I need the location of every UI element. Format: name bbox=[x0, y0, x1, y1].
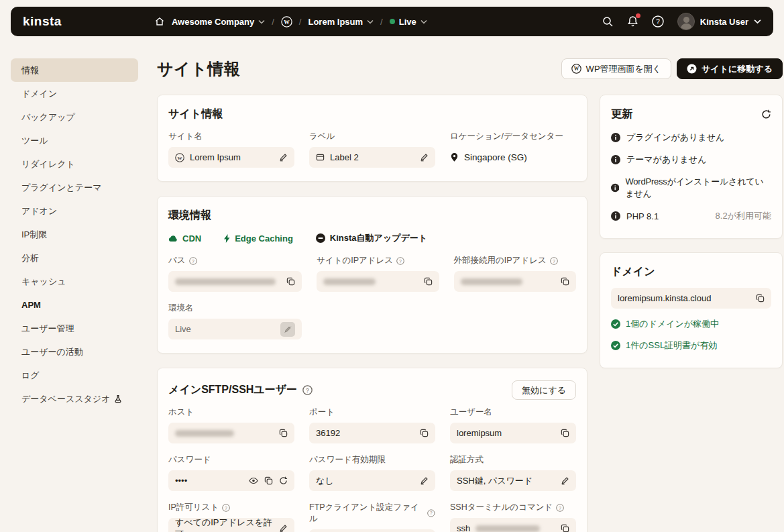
sidebar-item-redirects[interactable]: リダイレクト bbox=[11, 152, 138, 176]
help-icon[interactable]: ? bbox=[189, 257, 197, 265]
edit-label-icon[interactable] bbox=[420, 153, 429, 162]
help-icon[interactable]: ? bbox=[222, 504, 230, 512]
refresh-updates-icon[interactable] bbox=[761, 109, 771, 119]
sidebar-item-plugins-themes[interactable]: プラグインとテーマ bbox=[11, 176, 138, 199]
sidebar-item-cache[interactable]: キャッシュ bbox=[11, 270, 138, 293]
edit-auth-method-icon[interactable] bbox=[561, 476, 569, 485]
host-label: ホスト bbox=[168, 407, 294, 418]
sidebar-item-info[interactable]: 情報 bbox=[11, 58, 138, 82]
help-icon[interactable]: ? bbox=[550, 257, 558, 265]
environment-selector[interactable]: Live bbox=[390, 17, 427, 27]
environment-card: 環境情報 CDN Edge Caching Kinsta自動アップデート bbox=[157, 196, 587, 354]
chevron-down-icon bbox=[754, 19, 761, 24]
ip-allowlist-field: すべてのIPアドレスを許可 bbox=[168, 518, 294, 532]
copy-site-ip-icon[interactable] bbox=[424, 277, 433, 286]
breadcrumb-separator: / bbox=[380, 17, 383, 27]
beta-flask-icon bbox=[114, 394, 122, 403]
search-icon[interactable] bbox=[602, 16, 614, 28]
site-ip-label: サイトのIPアドレス ? bbox=[317, 255, 439, 266]
cdn-badge[interactable]: CDN bbox=[168, 233, 201, 244]
user-menu[interactable]: Kinsta User bbox=[677, 13, 761, 30]
location-label: ロケーション/データセンター bbox=[450, 131, 576, 142]
sidebar-item-analytics[interactable]: 分析 bbox=[11, 246, 138, 270]
sidebar-item-domains[interactable]: ドメイン bbox=[11, 82, 138, 105]
copy-port-icon[interactable] bbox=[420, 429, 429, 437]
edge-caching-badge[interactable]: Edge Caching bbox=[224, 233, 293, 244]
visit-site-button[interactable]: サイトに移動する bbox=[677, 58, 783, 79]
env-name-field: Live bbox=[168, 319, 302, 339]
external-link-icon bbox=[687, 64, 697, 74]
wordpress-icon[interactable]: W bbox=[281, 16, 292, 28]
sidebar-item-backups[interactable]: バックアップ bbox=[11, 105, 138, 129]
sidebar-item-addons[interactable]: アドオン bbox=[11, 199, 138, 223]
live-status-dot bbox=[390, 19, 395, 24]
svg-text:?: ? bbox=[225, 505, 227, 510]
show-password-eye-icon[interactable] bbox=[249, 477, 258, 484]
cloud-icon bbox=[168, 235, 178, 242]
auth-method-field: SSH鍵, パスワード bbox=[450, 470, 576, 491]
wordpress-icon: W bbox=[571, 64, 581, 74]
regenerate-password-icon[interactable] bbox=[279, 476, 288, 485]
home-icon[interactable] bbox=[154, 16, 165, 27]
location-value: Singapore (SG) bbox=[450, 147, 576, 168]
disable-sftp-button[interactable]: 無効にする bbox=[512, 380, 576, 400]
sidebar-item-database-studio[interactable]: データベーススタジオ bbox=[11, 387, 138, 411]
svg-text:?: ? bbox=[656, 18, 660, 25]
svg-text:W: W bbox=[284, 18, 290, 25]
svg-text:?: ? bbox=[430, 511, 433, 515]
kinsta-logo[interactable]: kinsta bbox=[23, 14, 62, 29]
check-circle-icon bbox=[611, 319, 620, 329]
password-label: パスワード bbox=[168, 454, 294, 466]
password-field: •••• bbox=[168, 470, 294, 491]
external-ip-field bbox=[454, 271, 577, 292]
edit-site-name-icon[interactable] bbox=[279, 153, 288, 162]
env-name-label: 環境名 bbox=[168, 303, 302, 314]
wordpress-icon: W bbox=[175, 153, 184, 162]
sidebar-item-logs[interactable]: ログ bbox=[11, 364, 138, 387]
notification-badge bbox=[636, 13, 640, 18]
help-icon[interactable]: ? bbox=[302, 385, 313, 395]
copy-password-icon[interactable] bbox=[264, 476, 273, 485]
info-icon bbox=[611, 183, 619, 193]
domains-card: ドメイン loremipsum.kinsta.cloud 1個のドメインが稼働中… bbox=[600, 252, 783, 368]
site-name-field: W Lorem Ipsum bbox=[168, 147, 294, 168]
redacted-value bbox=[175, 430, 234, 437]
copy-username-icon[interactable] bbox=[561, 429, 569, 437]
notifications-bell-icon[interactable] bbox=[627, 15, 638, 28]
edit-password-expiry-icon[interactable] bbox=[420, 476, 429, 485]
username-label: ユーザー名 bbox=[450, 407, 576, 418]
sidebar-item-ip-deny[interactable]: IP制限 bbox=[11, 223, 138, 246]
sidebar-item-user-management[interactable]: ユーザー管理 bbox=[11, 317, 138, 340]
php-available-note: 8.2が利用可能 bbox=[716, 210, 771, 222]
help-icon[interactable]: ? bbox=[396, 257, 404, 265]
breadcrumb-separator: / bbox=[299, 17, 302, 27]
label-label: ラベル bbox=[309, 131, 435, 142]
sidebar-item-user-activity[interactable]: ユーザーの活動 bbox=[11, 340, 138, 364]
site-selector[interactable]: Lorem Ipsum bbox=[308, 17, 374, 27]
help-icon[interactable]: ? bbox=[652, 15, 664, 28]
path-field bbox=[168, 271, 302, 292]
ssl-active-link[interactable]: 1件のSSL証明書が有効 bbox=[611, 339, 771, 352]
copy-path-icon[interactable] bbox=[286, 277, 295, 286]
help-icon[interactable]: ? bbox=[556, 504, 564, 512]
password-expiry-label: パスワード有効期限 bbox=[309, 454, 435, 466]
svg-text:?: ? bbox=[559, 505, 561, 510]
help-icon[interactable]: ? bbox=[427, 509, 435, 517]
top-navbar: kinsta Awesome Company / W / Lorem Ipsum… bbox=[11, 7, 773, 36]
port-label: ポート bbox=[309, 407, 435, 418]
sidebar-item-apm[interactable]: APM bbox=[11, 293, 138, 317]
copy-host-icon[interactable] bbox=[279, 429, 288, 437]
svg-text:?: ? bbox=[306, 387, 309, 394]
sftp-ssh-card: メインSFTP/SSHユーザー ? 無効にする ホスト bbox=[157, 368, 587, 532]
update-item-wordpress: WordPressがインストールされていません bbox=[611, 176, 771, 200]
sidebar-item-tools[interactable]: ツール bbox=[11, 129, 138, 152]
copy-external-ip-icon[interactable] bbox=[561, 277, 569, 286]
kinsta-auto-update-badge[interactable]: Kinsta自動アップデート bbox=[316, 232, 427, 244]
site-info-card: サイト情報 サイト名 W Lorem Ipsum bbox=[157, 95, 587, 182]
edit-ip-allowlist-icon[interactable] bbox=[279, 524, 288, 532]
open-wp-admin-button[interactable]: W WP管理画面を開く bbox=[561, 58, 672, 79]
copy-domain-icon[interactable] bbox=[756, 294, 765, 303]
company-selector[interactable]: Awesome Company bbox=[172, 17, 265, 27]
copy-ssh-command-icon[interactable] bbox=[561, 524, 569, 532]
domains-active-link[interactable]: 1個のドメインが稼働中 bbox=[611, 318, 771, 330]
